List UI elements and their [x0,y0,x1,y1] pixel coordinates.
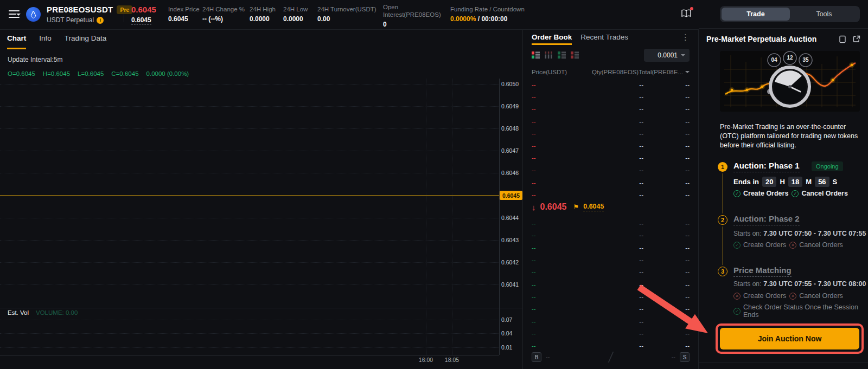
orderbook-cell-total: -- [643,220,690,226]
orderbook-ask-row[interactable]: ------ [532,152,690,164]
orderbook-cell-total: -- [643,106,690,112]
orderbook-cell-qty: -- [586,293,643,300]
price-axis[interactable] [499,79,500,355]
auction-title: Pre-Market Perpetuals Auction [706,35,816,43]
orderbook-ask-row[interactable]: ------ [532,139,690,152]
orderbook-cell-qty: -- [586,130,643,137]
orderbook-bid-row[interactable]: ------ [532,339,690,352]
check-circle-icon: ✓ [792,190,799,197]
orderbook-layout-bids-icon[interactable] [558,51,566,59]
price-down-arrow-icon: ↓ [532,203,536,212]
tab-info[interactable]: Info [39,34,52,49]
orderbook-bid-row[interactable]: ------ [532,290,690,303]
orderbook-cell-price: -- [532,191,586,198]
symbol-name: PRE08EOSUSDT [47,5,113,14]
orderbook-ask-row[interactable]: ------ [532,164,690,177]
orderbook-cell-price: -- [532,167,586,173]
orderbook-bid-row[interactable]: ------ [532,315,690,327]
col-total[interactable]: Total(PRE08E... [639,69,690,75]
tab-trading-data[interactable]: Trading Data [65,34,107,49]
check-circle-icon: ✓ [733,242,741,249]
menu-icon[interactable] [9,10,20,19]
orderbook-ask-row[interactable]: ------ [532,103,690,115]
orderbook-panel-toggle-icon[interactable] [681,8,693,20]
orderbook-cell-qty: -- [586,143,643,149]
orderbook-panel: Order Book Recent Trades ⋮ 0.0001 Pr [522,30,699,369]
orderbook-layout-asks-icon[interactable] [571,51,579,59]
orderbook-cell-total: -- [643,293,690,300]
volume-readout: VOLUME: 0.00 [36,309,78,316]
orderbook-cell-price: -- [532,318,586,325]
tab-tools[interactable]: Tools [790,8,858,21]
auction-banner-image: 04 12 35 [720,51,860,112]
chevron-down-icon [681,54,685,56]
mark-price[interactable]: 0.6045 [131,16,151,25]
orderbook-bid-row[interactable]: ------ [532,266,690,279]
sell-box[interactable]: S [680,352,690,362]
orderbook-cell-total: -- [643,167,690,173]
orderbook-cell-total: -- [643,179,690,186]
orderbook-ask-row[interactable]: ------ [532,90,690,103]
price-tick: 0.6046 [501,170,522,176]
orderbook-bid-row[interactable]: ------ [532,254,690,266]
orderbook-cell-total: -- [643,93,690,100]
orderbook-cell-total: -- [643,244,690,251]
orderbook-ask-row[interactable]: ------ [532,176,690,189]
time-axis[interactable] [0,355,499,355]
tab-recent-trades[interactable]: Recent Trades [580,30,628,45]
stat-funding-rate: Funding Rate / Countdown 0.0000% / 00:00… [450,5,525,23]
orderbook-bid-row[interactable]: ------ [532,217,690,229]
volume-tick: 0.04 [501,330,522,336]
time-tick: 18:05 [445,357,459,363]
last-price: 0.6045 [131,5,156,14]
orderbook-layout-both-icon[interactable] [532,51,540,59]
orderbook-layout-depth-icon[interactable] [545,51,553,59]
banner-time-hours: 04 [771,57,777,63]
orderbook-cell-qty: -- [586,154,643,161]
token-logo-icon [26,7,41,22]
orderbook-cell-price: -- [532,81,586,88]
orderbook-mark-price[interactable]: 0.6045 [583,203,604,211]
ohlc-readout: O=0.6045H=0.6045 L=0.6045C=0.6045 0.0000… [8,70,189,77]
orderbook-ask-row[interactable]: ------ [532,189,690,201]
orderbook-cell-price: -- [532,293,586,300]
orderbook-bid-row[interactable]: ------ [532,303,690,315]
phase2-title[interactable]: Auction: Phase 2 [733,214,800,225]
external-link-icon[interactable] [853,35,860,43]
orderbook-bid-row[interactable]: ------ [532,242,690,254]
time-gridline [452,79,452,355]
orderbook-bid-row[interactable]: ------ [532,327,690,340]
phase1-title[interactable]: Auction: Phase 1 [733,161,800,172]
more-menu-icon[interactable]: ⋮ [681,33,690,42]
phase2-number: 2 [718,215,727,225]
tab-order-book[interactable]: Order Book [532,30,572,45]
sell-ratio: -- [672,354,675,360]
orderbook-cell-qty: -- [586,244,643,251]
trade-tools-switch: Trade Tools [720,6,860,22]
orderbook-ask-row[interactable]: ------ [532,79,690,91]
banner-time-seconds: 35 [802,57,809,63]
buy-ratio: -- [546,354,550,360]
precision-select[interactable]: 0.0001 [644,49,690,62]
orderbook-bid-row[interactable]: ------ [532,278,690,290]
tab-trade[interactable]: Trade [722,8,790,21]
orderbook-ask-row[interactable]: ------ [532,115,690,127]
orderbook-ask-row[interactable]: ------ [532,127,690,140]
orderbook-cell-qty: -- [586,232,643,238]
phase3-title[interactable]: Price Matching [733,266,792,277]
orderbook-cell-qty: -- [586,269,643,275]
orderbook-cell-price: -- [532,342,586,349]
orderbook-bid-row[interactable]: ------ [532,229,690,242]
buy-box[interactable]: B [532,352,541,362]
check-circle-icon: ✓ [733,308,741,315]
orderbook-cell-total: -- [643,130,690,137]
orderbook-cell-qty: -- [586,257,643,263]
orderbook-cell-qty: -- [586,281,643,288]
orderbook-cell-price: -- [532,106,586,112]
docs-icon[interactable] [839,35,846,43]
orderbook-cell-qty: -- [586,191,643,198]
tab-chart[interactable]: Chart [7,34,26,49]
join-auction-button[interactable]: Join Auction Now [720,328,859,349]
info-icon[interactable]: i [97,17,104,24]
orderbook-cell-total: -- [643,154,690,161]
